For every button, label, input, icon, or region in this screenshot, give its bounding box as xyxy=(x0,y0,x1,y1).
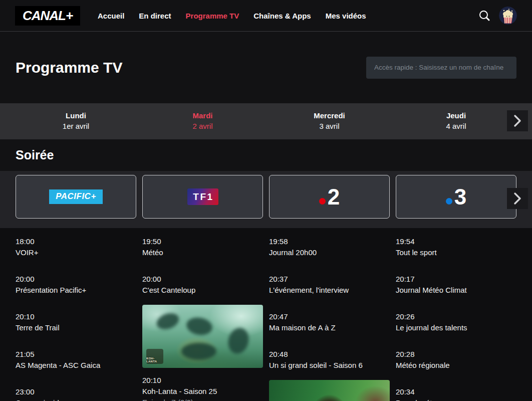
france-3-blue-dot-icon xyxy=(446,198,452,205)
program-entry[interactable]: 19:50 Météo xyxy=(142,236,263,258)
pacific-plus-logo: PACIFIC+ xyxy=(49,189,103,204)
day-mercredi[interactable]: Mercredi 3 avril xyxy=(266,103,393,139)
koh-lanta-logo: KOH-LANTA xyxy=(146,349,163,364)
program-entry[interactable]: 20:28 Météo régionale xyxy=(396,349,516,371)
program-entry[interactable]: 18:00 VOIR+ xyxy=(16,236,136,258)
diver-silhouette xyxy=(185,316,213,337)
program-entry[interactable]: 20:26 Le journal des talents xyxy=(396,311,516,333)
program-entry[interactable]: 20:47 Ma maison de A à Z xyxy=(269,311,390,333)
nav-item-chaines-apps[interactable]: Chaînes & Apps xyxy=(253,12,311,20)
program-entry[interactable]: 20:10 Terre de Trail xyxy=(16,311,136,333)
program-col-pacific-plus: 18:00 VOIR+ 20:00 Présentation Pacific+ … xyxy=(16,236,136,401)
nav-item-accueil[interactable]: Accueil xyxy=(98,12,124,20)
nav-item-mes-videos[interactable]: Mes vidéos xyxy=(326,12,366,20)
program-entry[interactable]: 20:48 Un si grand soleil - Saison 6 xyxy=(269,349,390,371)
france-2-logo: 2 xyxy=(319,186,340,208)
program-entry[interactable]: 20:10 Koh-Lanta - Saison 25 Episode 7 (2… xyxy=(142,375,263,401)
program-col-france-2: 19:58 Journal 20h00 20:37 L'événement, l… xyxy=(269,236,390,401)
channel-card-pacific-plus[interactable]: PACIFIC+ xyxy=(16,175,136,219)
program-entry[interactable]: 19:58 Journal 20h00 xyxy=(269,236,390,258)
chevron-right-icon xyxy=(513,114,522,127)
france-3-logo: 3 xyxy=(446,186,466,208)
program-entry[interactable]: 21:05 AS Magenta - ASC Gaica xyxy=(16,349,136,371)
section-head: Soirée xyxy=(0,139,532,171)
program-entry[interactable]: 20:17 Journal Météo Climat xyxy=(396,274,516,296)
program-entry[interactable]: 23:00 Cagous inside xyxy=(16,386,136,401)
day-jeudi[interactable]: Jeudi 4 avril xyxy=(393,103,519,139)
program-col-france-3: 19:54 Tout le sport 20:17 Journal Météo … xyxy=(396,236,516,401)
program-grid: 18:00 VOIR+ 20:00 Présentation Pacific+ … xyxy=(0,228,532,401)
next-days-button[interactable] xyxy=(507,110,528,131)
channel-card-tf1[interactable]: TF1 xyxy=(142,175,263,219)
program-thumbnail-un-si-grand-soleil[interactable] xyxy=(269,380,390,401)
page-title: Programme TV xyxy=(16,59,122,76)
program-thumbnail-koh-lanta[interactable]: KOH-LANTA xyxy=(142,305,263,368)
main-menu: Accueil En direct Programme TV Chaînes &… xyxy=(98,12,366,20)
next-channels-button[interactable] xyxy=(507,188,528,209)
program-entry[interactable]: 20:34 Dans le rétro xyxy=(396,386,516,401)
channel-strip: PACIFIC+ TF1 2 3 xyxy=(0,171,532,228)
france-2-red-dot-icon xyxy=(319,198,326,205)
program-col-tf1: 19:50 Météo 20:00 C'est Canteloup KOH-LA… xyxy=(142,236,263,401)
channel-card-france-2[interactable]: 2 xyxy=(269,175,390,219)
channel-card-france-3[interactable]: 3 xyxy=(396,175,516,219)
program-entry[interactable]: 20:00 C'est Canteloup xyxy=(142,274,263,296)
top-nav: CANAL+ Accueil En direct Programme TV Ch… xyxy=(0,0,532,32)
nav-right xyxy=(477,7,517,25)
program-entry[interactable]: 19:54 Tout le sport xyxy=(396,236,516,258)
tf1-logo: TF1 xyxy=(187,188,218,205)
profile-avatar-popcorn[interactable] xyxy=(499,7,517,25)
program-entry[interactable]: 20:00 Présentation Pacific+ xyxy=(16,274,136,296)
diver-silhouette xyxy=(154,310,181,332)
search-icon[interactable] xyxy=(477,8,492,23)
channel-quick-search-input[interactable] xyxy=(366,57,516,79)
nav-item-programme-tv[interactable]: Programme TV xyxy=(186,12,239,20)
program-entry[interactable]: 20:37 L'événement, l'interview xyxy=(269,274,390,296)
page-header: Programme TV xyxy=(0,32,532,103)
net-silhouette xyxy=(181,343,216,360)
day-mardi-selected[interactable]: Mardi 2 avril xyxy=(139,103,266,139)
diver-silhouette xyxy=(225,326,251,356)
section-title-soiree: Soirée xyxy=(16,148,54,162)
nav-item-en-direct[interactable]: En direct xyxy=(139,12,171,20)
day-lundi[interactable]: Lundi 1er avril xyxy=(13,103,139,139)
canal-plus-logo[interactable]: CANAL+ xyxy=(15,6,80,26)
day-selector: Lundi 1er avril Mardi 2 avril Mercredi 3… xyxy=(0,103,532,139)
chevron-right-icon xyxy=(513,192,522,205)
